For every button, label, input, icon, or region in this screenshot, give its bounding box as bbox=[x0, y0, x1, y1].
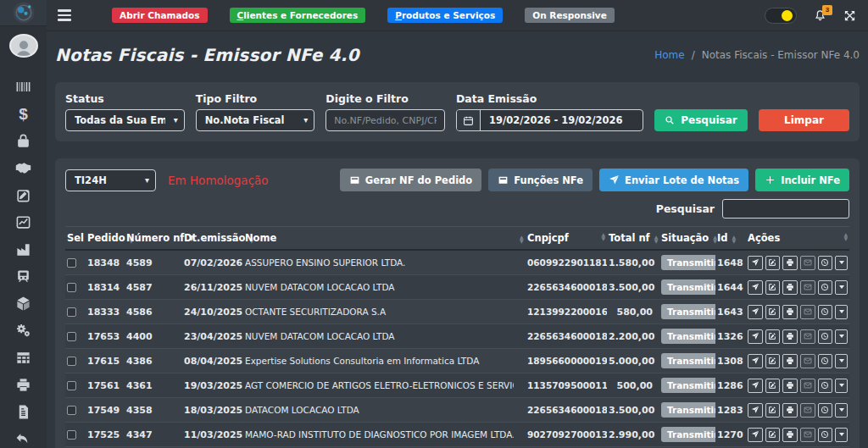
email-nfe-button[interactable] bbox=[800, 280, 815, 295]
transmitir-badge[interactable]: Transmitir bbox=[661, 378, 715, 393]
email-nfe-button[interactable] bbox=[800, 354, 815, 368]
header-pedido[interactable]: Pedido bbox=[86, 227, 125, 251]
date-range-input[interactable] bbox=[481, 110, 643, 130]
header-sel[interactable]: Sel bbox=[65, 227, 86, 251]
email-nfe-button[interactable] bbox=[800, 379, 815, 393]
transmitir-badge[interactable]: Transmitir bbox=[661, 402, 715, 418]
header-numero-nf[interactable]: Número nf bbox=[125, 227, 182, 251]
print-nfe-button[interactable] bbox=[782, 305, 798, 319]
produtos-servicos-button[interactable]: Produtos e Serviços bbox=[387, 8, 503, 23]
more-actions-button[interactable] bbox=[835, 403, 848, 418]
row-checkbox[interactable] bbox=[67, 258, 76, 268]
transmitir-badge[interactable]: Transmitir bbox=[661, 255, 715, 270]
sidebar-item-voltar[interactable] bbox=[10, 430, 37, 448]
more-actions-button[interactable] bbox=[835, 379, 848, 393]
sidebar-item-configuracoes[interactable] bbox=[10, 322, 37, 340]
edit-nfe-button[interactable] bbox=[765, 428, 781, 442]
row-checkbox[interactable] bbox=[67, 381, 76, 390]
email-nfe-button[interactable] bbox=[800, 428, 815, 442]
sidebar-item-editar[interactable] bbox=[10, 186, 37, 204]
email-nfe-button[interactable] bbox=[800, 403, 815, 418]
more-actions-button[interactable] bbox=[835, 305, 848, 319]
whatsapp-nfe-button[interactable] bbox=[818, 305, 833, 319]
whatsapp-nfe-button[interactable] bbox=[818, 379, 833, 393]
transmitir-badge[interactable]: Transmitir bbox=[661, 279, 715, 295]
print-nfe-button[interactable] bbox=[782, 329, 798, 344]
header-situacao[interactable]: Situação bbox=[659, 227, 715, 251]
more-actions-button[interactable] bbox=[835, 354, 848, 368]
send-nfe-button[interactable] bbox=[748, 354, 763, 368]
send-nfe-button[interactable] bbox=[748, 280, 763, 295]
send-nfe-button[interactable] bbox=[748, 256, 763, 270]
sidebar-item-tabelas[interactable] bbox=[10, 349, 37, 367]
send-nfe-button[interactable] bbox=[748, 403, 763, 418]
header-acoes[interactable]: Ações bbox=[746, 227, 849, 251]
funcoes-nfe-button[interactable]: Funções NFe bbox=[488, 169, 593, 191]
header-sort-spacer[interactable] bbox=[514, 227, 526, 251]
on-responsive-button[interactable]: On Responsive bbox=[525, 8, 615, 23]
fullscreen-button[interactable] bbox=[843, 9, 856, 22]
more-actions-button[interactable] bbox=[835, 256, 848, 270]
send-nfe-button[interactable] bbox=[748, 428, 763, 442]
incluir-nfe-button[interactable]: Incluir NFe bbox=[755, 169, 849, 191]
sidebar-item-parceiros[interactable] bbox=[10, 159, 37, 177]
header-nome[interactable]: Nome bbox=[243, 227, 514, 251]
header-cnpjcpf[interactable]: Cnpjcpf bbox=[526, 227, 607, 251]
sidebar-item-compras[interactable] bbox=[10, 132, 37, 150]
email-nfe-button[interactable] bbox=[800, 329, 815, 344]
theme-toggle[interactable] bbox=[765, 8, 797, 24]
print-nfe-button[interactable] bbox=[782, 354, 798, 368]
more-actions-button[interactable] bbox=[835, 428, 848, 442]
tipo-filtro-select[interactable]: No.Nota Fiscal bbox=[196, 109, 315, 131]
status-select[interactable]: Todas da Sua Empresa bbox=[65, 109, 185, 131]
empresa-select[interactable]: TI24H bbox=[65, 169, 156, 191]
enviar-lote-button[interactable]: Enviar Lote de Notas bbox=[599, 169, 748, 191]
sidebar-item-producao[interactable] bbox=[10, 241, 37, 258]
edit-nfe-button[interactable] bbox=[765, 354, 781, 368]
whatsapp-nfe-button[interactable] bbox=[818, 280, 833, 295]
send-nfe-button[interactable] bbox=[748, 329, 763, 344]
edit-nfe-button[interactable] bbox=[765, 280, 781, 295]
gerar-nf-pedido-button[interactable]: Gerar NF do Pedido bbox=[340, 169, 482, 191]
transmitir-badge[interactable]: Transmitir bbox=[661, 329, 715, 344]
limpar-button[interactable]: Limpar bbox=[759, 109, 849, 131]
email-nfe-button[interactable] bbox=[800, 256, 815, 270]
sidebar-item-financeiro[interactable]: $ bbox=[10, 105, 37, 123]
more-actions-button[interactable] bbox=[835, 329, 848, 344]
row-checkbox[interactable] bbox=[67, 332, 76, 341]
header-total-nf[interactable]: Total nf bbox=[607, 227, 659, 251]
notifications-button[interactable]: 3 bbox=[814, 9, 826, 22]
print-nfe-button[interactable] bbox=[782, 280, 798, 295]
transmitir-badge[interactable]: Transmitir bbox=[661, 304, 715, 319]
sidebar-item-expedicao[interactable] bbox=[10, 268, 37, 285]
send-nfe-button[interactable] bbox=[748, 305, 763, 319]
edit-nfe-button[interactable] bbox=[765, 403, 781, 418]
header-dt-emissao[interactable]: Dt.emissão bbox=[182, 227, 243, 251]
send-nfe-button[interactable] bbox=[748, 379, 763, 393]
sidebar-item-impressao[interactable] bbox=[10, 376, 37, 394]
abrir-chamados-button[interactable]: Abrir Chamados bbox=[112, 8, 208, 23]
row-checkbox[interactable] bbox=[67, 406, 76, 415]
whatsapp-nfe-button[interactable] bbox=[818, 354, 833, 368]
row-checkbox[interactable] bbox=[67, 430, 76, 440]
print-nfe-button[interactable] bbox=[782, 428, 798, 442]
edit-nfe-button[interactable] bbox=[765, 379, 781, 393]
row-checkbox[interactable] bbox=[67, 357, 76, 366]
header-id[interactable]: Id bbox=[715, 227, 746, 251]
filtro-input[interactable] bbox=[326, 109, 445, 131]
print-nfe-button[interactable] bbox=[782, 403, 798, 418]
row-checkbox[interactable] bbox=[67, 283, 76, 292]
menu-toggle-button[interactable] bbox=[58, 9, 71, 21]
whatsapp-nfe-button[interactable] bbox=[818, 329, 833, 344]
sidebar-item-produtos[interactable] bbox=[10, 295, 37, 312]
breadcrumb-home-link[interactable]: Home bbox=[654, 49, 684, 61]
transmitir-badge[interactable]: Transmitir bbox=[661, 427, 715, 442]
print-nfe-button[interactable] bbox=[782, 256, 798, 270]
edit-nfe-button[interactable] bbox=[765, 305, 781, 319]
more-actions-button[interactable] bbox=[835, 280, 848, 295]
sidebar-item-graficos[interactable] bbox=[10, 213, 37, 231]
app-logo[interactable] bbox=[0, 0, 47, 26]
whatsapp-nfe-button[interactable] bbox=[818, 403, 833, 418]
email-nfe-button[interactable] bbox=[800, 305, 815, 319]
row-checkbox[interactable] bbox=[67, 307, 76, 317]
